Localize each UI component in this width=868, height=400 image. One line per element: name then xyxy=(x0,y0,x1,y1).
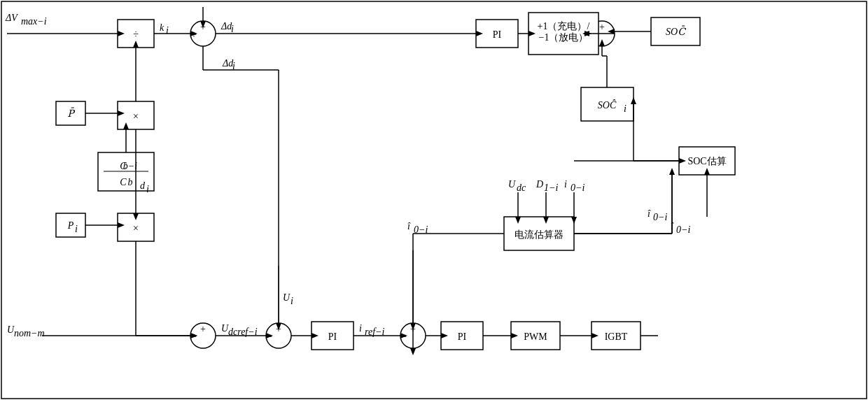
cb-denominator: C xyxy=(120,177,127,187)
iref-sub: ref−i xyxy=(365,327,384,337)
discharge-label: −1（放电） xyxy=(539,32,589,43)
pi1-label: PI xyxy=(493,29,502,40)
charge-label: +1（充电）/ xyxy=(538,21,590,31)
ki-sub: i xyxy=(166,25,169,36)
ki-label: k xyxy=(160,22,164,33)
iref-label: i xyxy=(359,323,362,334)
i0i-label: i xyxy=(564,179,567,190)
delta-di-sub: i xyxy=(231,24,234,34)
d1i-sub: 1−i xyxy=(544,183,558,193)
delta-v-label: ΔV xyxy=(5,13,18,23)
pi3-label: PI xyxy=(458,331,467,342)
udcref-sub: dcref−i xyxy=(228,327,258,337)
i0i-hat-sum5-sub: 0−i xyxy=(414,224,428,235)
pi2-label: PI xyxy=(328,331,337,342)
multiply2-label: × xyxy=(133,223,139,234)
udc-label: U xyxy=(508,179,516,190)
soc-estimate-label: SOC估算 xyxy=(687,156,726,166)
i0i-hat-sum5-label: î xyxy=(407,221,411,231)
divide-label: ÷ xyxy=(133,29,139,40)
soc-hat-sub: i xyxy=(624,103,626,114)
pi-sub: i xyxy=(75,224,78,234)
delta-di-path-sub: i xyxy=(232,61,235,71)
i0i-hat-est-label: î xyxy=(671,221,674,231)
cb-numerator-sub: b−i xyxy=(123,161,137,171)
pi-var-label: P xyxy=(67,220,74,231)
soc-bar-label: SOC̄ xyxy=(666,25,686,37)
multiply1-label: × xyxy=(133,111,139,122)
svg-marker-36 xyxy=(410,348,416,355)
delta-v-sub: max−i xyxy=(21,16,47,27)
i0i-hat-right-sub: 0−i xyxy=(653,212,667,222)
current-estimator-label: 电流估算器 xyxy=(514,229,564,240)
i0i-sub: 0−i xyxy=(570,183,584,193)
di-label: d xyxy=(140,180,146,191)
ui-sub: i xyxy=(290,296,293,306)
sum3-plus-top: + xyxy=(200,324,206,334)
d1i-label: D xyxy=(536,179,543,190)
unom-sub: nom−m xyxy=(14,328,45,338)
di-sub: i xyxy=(146,184,149,194)
udc-sub: dc xyxy=(517,183,526,193)
pwm-label: PWM xyxy=(524,331,547,342)
i0i-hat-est-sub: 0−i xyxy=(676,224,690,235)
i0i-hat-right-label: î xyxy=(648,208,651,219)
igbt-label: IGBT xyxy=(605,331,628,342)
soc-hat-label: SOĈ xyxy=(598,99,617,110)
diagram-container: ÷ × × C b−i C b P̄ P i + + + − + − + − +… xyxy=(0,0,868,400)
sum2-plus-top: + xyxy=(599,22,605,32)
svg-rect-77 xyxy=(1,1,867,399)
cb-denom-sub: b xyxy=(128,177,133,187)
ui-label: U xyxy=(283,292,290,303)
svg-marker-34 xyxy=(669,168,675,175)
